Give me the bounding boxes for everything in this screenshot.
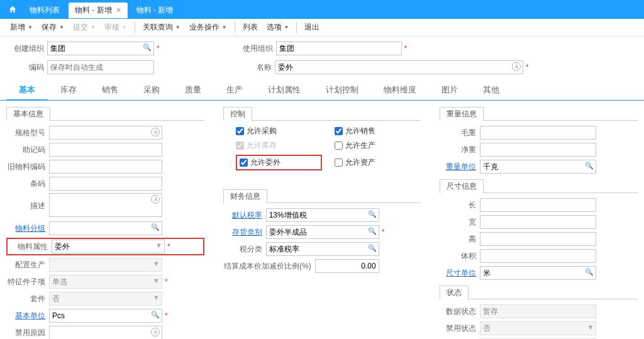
featsub-label: 特征件子项	[6, 277, 45, 287]
section-basic-info-title: 基本信息	[6, 107, 50, 121]
base-unit-input[interactable]	[49, 309, 162, 323]
close-icon[interactable]: ✕	[116, 6, 121, 14]
subtab-dimension[interactable]: 物料维度	[371, 81, 429, 100]
separator	[135, 22, 135, 33]
taxrate-label[interactable]: 默认税率	[223, 210, 262, 221]
subtab-bar: 基本 库存 销售 采购 质量 生产 计划属性 计划控制 物料维度 图片 其他	[0, 81, 644, 101]
gross-input[interactable]	[480, 126, 596, 140]
tb-bizop[interactable]: 业务操作▼	[186, 20, 231, 35]
subtab-purchase[interactable]: 采购	[131, 81, 172, 100]
cb-allow-outsrc-input[interactable]	[240, 158, 248, 167]
taxclass-input[interactable]	[266, 242, 379, 256]
length-label: 长	[440, 200, 476, 211]
taxrate-input[interactable]	[266, 208, 379, 222]
subtab-image[interactable]: 图片	[429, 81, 470, 100]
cb-allow-sale[interactable]: 允许销售	[335, 126, 421, 136]
required-mark: *	[165, 311, 168, 320]
tb-save[interactable]: 保存▼	[38, 20, 68, 35]
subtab-plan-attr[interactable]: 计划属性	[255, 81, 313, 100]
tb-relquery[interactable]: 关联查询▼	[139, 20, 184, 35]
size-unit-input[interactable]	[480, 266, 596, 280]
cb-allow-purchase[interactable]: 允许采购	[236, 126, 322, 136]
create-org-input[interactable]	[47, 42, 154, 55]
tb-exit[interactable]: 退出	[301, 20, 323, 35]
separator	[235, 22, 235, 33]
desc-input[interactable]	[49, 193, 162, 217]
tab-material-add-active[interactable]: 物料 - 新增 ✕	[69, 3, 128, 18]
volume-input[interactable]	[480, 249, 596, 263]
toolbar: 新增▼ 保存▼ 提交▼ 审核▼ 关联查询▼ 业务操作▼ 列表 选项▼ 退出	[0, 19, 644, 36]
volume-label: 体积	[440, 251, 476, 262]
chevron-down-icon: ▼	[28, 25, 33, 30]
costratio-label: 结算成本价加减价比例(%)	[223, 261, 311, 272]
subtab-production[interactable]: 生产	[214, 81, 255, 100]
mfgconf-label: 配置生产	[6, 260, 45, 270]
subtab-other[interactable]: 其他	[470, 81, 512, 100]
mnemonic-label: 助记码	[6, 145, 45, 155]
tab-material-list[interactable]: 物料列表	[23, 3, 66, 18]
subtab-plan-ctrl[interactable]: 计划控制	[313, 81, 371, 100]
disable-reason-input[interactable]	[49, 326, 162, 339]
base-unit-label[interactable]: 基本单位	[6, 311, 45, 321]
cb-allow-asset[interactable]: 允许资产	[335, 155, 421, 170]
create-org-input-wrap: 🔍	[47, 42, 154, 55]
width-label: 宽	[440, 217, 476, 228]
material-group-input[interactable]	[49, 221, 162, 235]
use-org-input[interactable]	[276, 42, 402, 55]
subtab-stock[interactable]: 库存	[48, 81, 89, 100]
cb-allow-outsrc-highlight: 允许委外	[236, 155, 322, 170]
cb-allow-sale-input[interactable]	[335, 127, 343, 135]
create-org-label: 创建组织	[6, 43, 44, 54]
length-input[interactable]	[480, 198, 596, 212]
height-input[interactable]	[480, 232, 596, 246]
tb-options[interactable]: 选项▼	[263, 20, 293, 35]
barcode-input[interactable]	[49, 177, 162, 191]
gross-label: 毛重	[440, 128, 476, 138]
size-unit-label[interactable]: 尺寸单位	[440, 268, 476, 279]
material-attr-highlight: 物料属性 ▼ *	[6, 238, 204, 255]
tab-material-add-other[interactable]: 物料 - 新增	[130, 3, 180, 18]
cb-allow-outsrc[interactable]: 允许委外	[240, 157, 318, 168]
mnemonic-input[interactable]	[49, 143, 162, 157]
required-mark: *	[382, 228, 385, 236]
material-group-label[interactable]: 物料分组	[6, 223, 45, 234]
material-attr-select[interactable]	[52, 240, 165, 253]
width-input[interactable]	[480, 215, 596, 229]
stockcat-input[interactable]	[266, 225, 379, 239]
weight-unit-input[interactable]	[480, 160, 596, 174]
chevron-down-icon: ▼	[222, 25, 227, 30]
net-label: 净重	[440, 145, 476, 155]
net-input[interactable]	[480, 143, 596, 157]
stockcat-label[interactable]: 存货类别	[223, 227, 262, 238]
tb-new[interactable]: 新增▼	[6, 20, 36, 35]
cb-allow-prod-input[interactable]	[335, 142, 343, 150]
name-input[interactable]	[275, 60, 523, 74]
oldcode-label: 旧物料编码	[6, 162, 45, 172]
costratio-input[interactable]	[315, 259, 379, 273]
section-size-title: 尺寸信息	[440, 179, 484, 193]
subtab-sale[interactable]: 销售	[89, 81, 131, 100]
required-mark: *	[165, 277, 168, 286]
tb-list[interactable]: 列表	[239, 20, 262, 35]
desc-label: 描述	[6, 201, 45, 211]
use-org-input-wrap	[276, 42, 402, 55]
cb-allow-purchase-input[interactable]	[236, 127, 244, 135]
cb-allow-asset-input[interactable]	[335, 158, 343, 167]
disable-reason-label: 禁用原因	[6, 328, 45, 338]
weight-unit-label[interactable]: 重量单位	[440, 162, 476, 172]
required-mark: *	[526, 63, 529, 72]
home-icon	[8, 5, 17, 14]
chevron-down-icon: ▼	[284, 25, 289, 30]
subtab-basic[interactable]: 基本	[6, 81, 48, 101]
header-row-1: 创建组织 🔍 * 使用组织 *	[0, 36, 644, 60]
cb-allow-prod[interactable]: 允许生产	[335, 140, 421, 151]
code-input[interactable]	[47, 60, 154, 74]
oldcode-input[interactable]	[49, 160, 162, 174]
spec-input[interactable]	[49, 126, 162, 140]
code-label: 编码	[6, 62, 44, 73]
content-area: 基本信息 规格型号A 助记码 旧物料编码 条码 描述A 物料分组🔍 物料属性 ▼…	[0, 101, 644, 339]
home-tab[interactable]	[3, 2, 22, 17]
tb-submit: 提交▼	[69, 20, 99, 35]
kit-label: 套件	[6, 294, 45, 304]
subtab-quality[interactable]: 质量	[172, 81, 214, 100]
